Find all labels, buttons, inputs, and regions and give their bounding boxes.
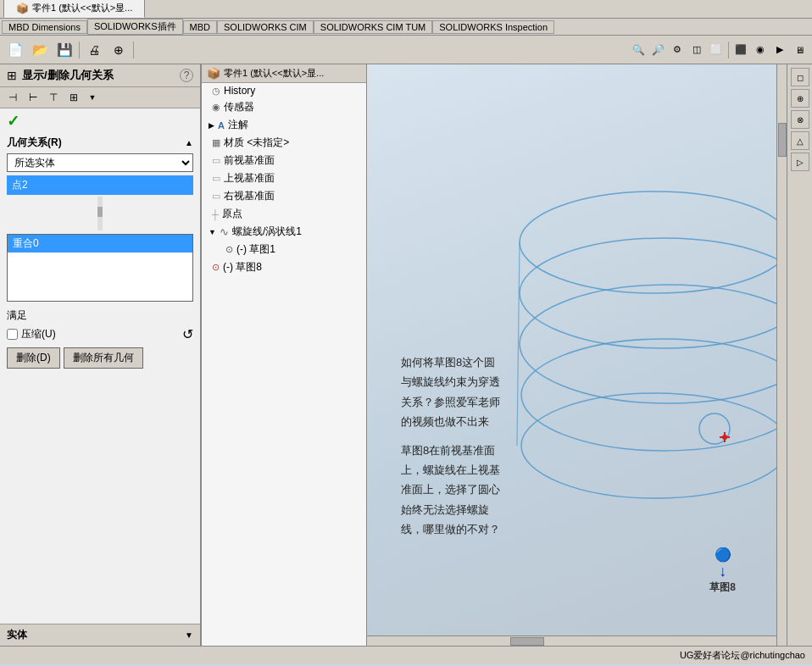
part-icon: 📦 [16,3,29,14]
tool-btn-left[interactable]: ⊣ [3,89,22,106]
tree-note-icon: A [218,120,225,130]
icon-3d2[interactable]: ◉ [751,41,770,59]
right-btn-5[interactable]: ▷ [791,153,809,171]
menu-mbd[interactable]: MBD [183,20,217,34]
delete-all-btn[interactable]: 删除所有几何 [64,347,143,369]
tree-sketch8-icon: ⊙ [212,262,220,273]
right-btn-1[interactable]: ◻ [791,68,809,86]
svg-point-10 [722,435,727,440]
right-btn-3[interactable]: ⊗ [791,110,809,129]
delete-btn[interactable]: 删除(D) [7,347,60,369]
annotation-line3: 关系？参照爱军老师 [401,392,500,412]
icon-3d1[interactable]: ⬛ [731,41,750,59]
hscroll-thumb[interactable] [510,637,544,646]
tree-sketch1-icon: ⊙ [225,244,233,255]
panel-toolbar: ⊣ ⊢ ⊤ ⊞ ▼ [0,87,200,108]
panel-icon-display: ⊞ [7,69,17,82]
dropdown-entities[interactable]: 所选实体 [7,153,193,172]
icon-print[interactable]: 🖨 [82,39,106,61]
viewport[interactable]: 🔵 ↓ 草图8 如何将草图8这个圆 与螺旋线约束为穿透 关系？参照爱军老师 的视… [367,64,787,646]
panel-help-icon[interactable]: ? [180,69,193,82]
vscroll-thumb[interactable] [778,123,787,157]
tree-note-arrow: ▶ [209,121,214,130]
tree-item-front-plane[interactable]: ▭ 前视基准面 [209,152,366,169]
menu-sw-cim[interactable]: SOLIDWORKS CIM [217,20,314,34]
icon-3d4[interactable]: 🖥 [790,41,809,59]
icon-view2[interactable]: 🔎 [648,41,667,59]
svg-point-0 [520,191,787,293]
tool-btn-center[interactable]: ⊞ [64,89,83,106]
tree-item-note[interactable]: ▶ A 注解 [205,116,366,134]
part-tree-icon: 📦 [207,67,220,80]
tree-sketch1-label: (-) 草图1 [236,242,275,257]
part-tab-label: 零件1 (默认<<默认>显... [32,2,132,14]
selection-scroll [7,197,193,230]
tool-btn-arrow[interactable]: ▼ [85,89,100,106]
undo-btn[interactable]: ↺ [182,326,193,342]
tree-header: 📦 零件1 (默认<<默认>显... [202,64,366,83]
tree-top-icon: ▭ [212,173,220,184]
tool-btn-right[interactable]: ⊢ [24,89,42,106]
tree-helix-label: 螺旋线/涡状线1 [232,225,302,239]
annotation-line7: 上，螺旋线在上视基 [401,460,500,480]
tree-item-origin[interactable]: ┼ 原点 [209,205,366,223]
tool-btn-up[interactable]: ⊤ [44,89,63,106]
annotation-line8: 准面上，选择了圆心 [401,480,500,499]
tree-item-sensor[interactable]: ◉ 传感器 [209,98,366,116]
tree-right-label: 右视基准面 [224,189,275,203]
annotation-line10: 线，哪里做的不对？ [401,519,500,539]
tree-item-sketch1[interactable]: ⊙ (-) 草图1 [222,241,366,258]
tree-helix-arrow: ▼ [209,228,216,236]
tree-sensor-label: 传感器 [224,100,254,114]
menu-sw-plugin[interactable]: SOLIDWORKS插件 [87,19,183,35]
part-tab[interactable]: 📦 零件1 (默认<<默认>显... [3,0,145,18]
section-collapse-btn[interactable]: ▲ [185,138,193,147]
annotation-line6: 草图8在前视基准面 [401,441,500,460]
tree-item-right-plane[interactable]: ▭ 右视基准面 [209,187,366,205]
tree-item-top-plane[interactable]: ▭ 上视基准面 [209,169,366,187]
relation-item-selected[interactable]: 重合0 [8,235,192,253]
relations-list[interactable]: 重合0 [7,234,193,302]
icon-view3[interactable]: ⚙ [668,41,687,59]
right-btn-4[interactable]: △ [791,131,809,150]
tree-item-material[interactable]: ▦ 材质 <未指定> [209,134,366,152]
left-panel: ⊞ 显示/删除几何关系 ? ⊣ ⊢ ⊤ ⊞ ▼ ✓ 几何关系(R) ▲ [0,64,202,646]
viewport-vscroll[interactable] [776,64,787,646]
icon-target[interactable]: ⊕ [107,39,131,61]
icon-open[interactable]: 📂 [28,39,52,61]
menu-sw-inspection[interactable]: SOLIDWORKS Inspection [432,20,554,34]
menu-sw-cim-tum[interactable]: SOLIDWORKS CIM TUM [314,20,432,34]
tree-item-sketch8[interactable]: ⊙ (-) 草图8 [209,258,366,276]
tree-item-history[interactable]: ◷ History [209,83,366,98]
tree-origin-label: 原点 [222,207,242,221]
status-text: UG爱好者论坛@richutingchao [680,649,805,662]
svg-point-4 [521,393,787,498]
icon-3d3[interactable]: ▶ [770,41,789,59]
icon-view5[interactable]: ⬜ [707,41,726,59]
solid-section-label: 实体 [7,628,27,642]
ok-icon: ✓ [7,112,19,130]
menu-mbd-dim[interactable]: MBD Dimensions [2,20,87,34]
icon-save[interactable]: 💾 [53,39,76,61]
relations-section: 几何关系(R) ▲ 所选实体 点2 重合0 [0,134,200,307]
sketch8-text: 草图8 [709,580,736,595]
viewport-hscroll[interactable] [367,635,776,646]
tree-note-label: 注解 [228,118,248,132]
sep1 [79,42,80,58]
solid-section[interactable]: 实体 ▼ [0,624,200,646]
tree-front-icon: ▭ [212,155,220,166]
annotation-line9: 始终无法选择螺旋 [401,500,500,519]
selected-point[interactable]: 点2 [7,175,193,195]
status-row: 满足 [0,307,200,325]
icon-view4[interactable]: ◫ [687,41,706,59]
compress-checkbox[interactable] [7,329,18,340]
status-ok: ✓ [0,108,200,134]
feature-tree: 📦 零件1 (默认<<默认>显... ◷ History ◉ 传感器 ▶ A 注… [202,64,367,646]
right-btn-2[interactable]: ⊕ [791,89,809,108]
icon-view1[interactable]: 🔍 [629,41,648,59]
bottom-bar: UG爱好者论坛@richutingchao [0,646,812,664]
icon-new[interactable]: 📄 [3,39,27,61]
compress-row: 压缩(U) ↺ [0,325,200,344]
tree-right-icon: ▭ [212,191,220,202]
tree-item-helix[interactable]: ▼ ∿ 螺旋线/涡状线1 [205,223,366,241]
